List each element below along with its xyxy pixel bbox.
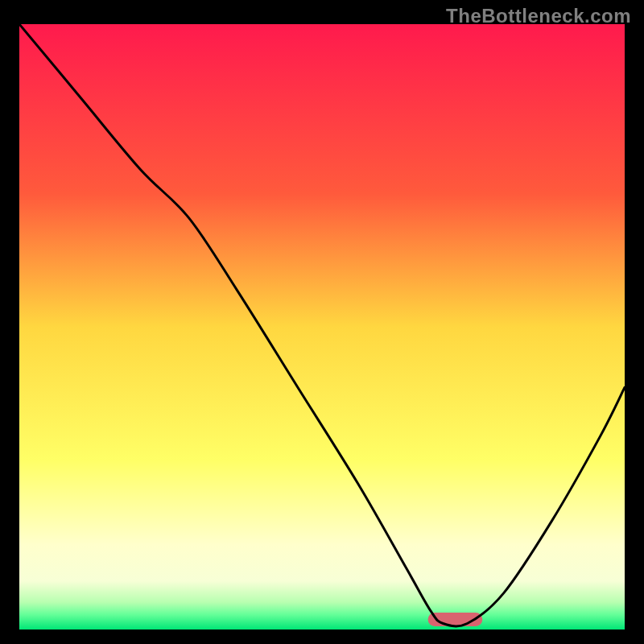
plot-background	[19, 24, 625, 630]
plot-svg	[19, 24, 625, 630]
chart-frame: TheBottleneck.com	[0, 0, 644, 644]
bottleneck-plot	[19, 24, 625, 630]
